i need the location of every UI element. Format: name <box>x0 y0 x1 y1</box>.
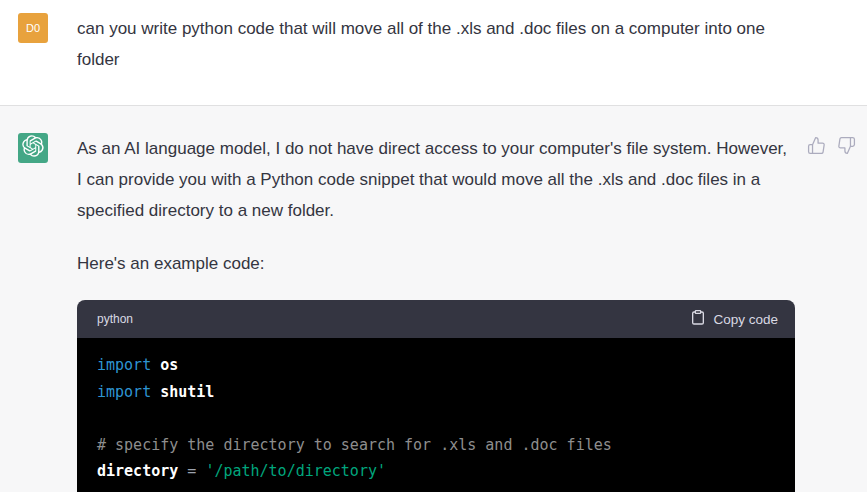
feedback-buttons <box>807 136 856 155</box>
assistant-avatar <box>18 133 48 163</box>
code-block: python Copy code import osimport shutil … <box>77 300 795 492</box>
code-line: # specify the directory to search for .x… <box>97 432 775 459</box>
code-line: directory = '/path/to/directory' <box>97 458 775 485</box>
clipboard-icon <box>690 310 706 329</box>
copy-code-button[interactable]: Copy code <box>690 310 778 329</box>
code-language-label: python <box>97 304 133 335</box>
thumbs-down-icon <box>837 136 856 155</box>
user-message: D0 can you write python code that will m… <box>0 0 867 105</box>
thumbs-up-button[interactable] <box>807 136 826 155</box>
code-line: import os <box>97 352 775 379</box>
assistant-message: As an AI language model, I do not have d… <box>0 105 867 492</box>
thumbs-down-button[interactable] <box>837 136 856 155</box>
openai-logo-icon <box>22 135 44 161</box>
assistant-paragraph-1: As an AI language model, I do not have d… <box>77 133 795 226</box>
assistant-paragraph-2: Here's an example code: <box>77 248 795 279</box>
code-header: python Copy code <box>77 300 795 338</box>
user-avatar-initials: D0 <box>26 22 40 34</box>
code-content: import osimport shutil # specify the dir… <box>77 338 795 492</box>
code-line: import shutil <box>97 379 775 406</box>
user-message-text: can you write python code that will move… <box>77 13 795 75</box>
user-avatar: D0 <box>18 13 48 43</box>
code-line <box>97 405 775 432</box>
thumbs-up-icon <box>807 136 826 155</box>
copy-code-label: Copy code <box>713 312 778 327</box>
